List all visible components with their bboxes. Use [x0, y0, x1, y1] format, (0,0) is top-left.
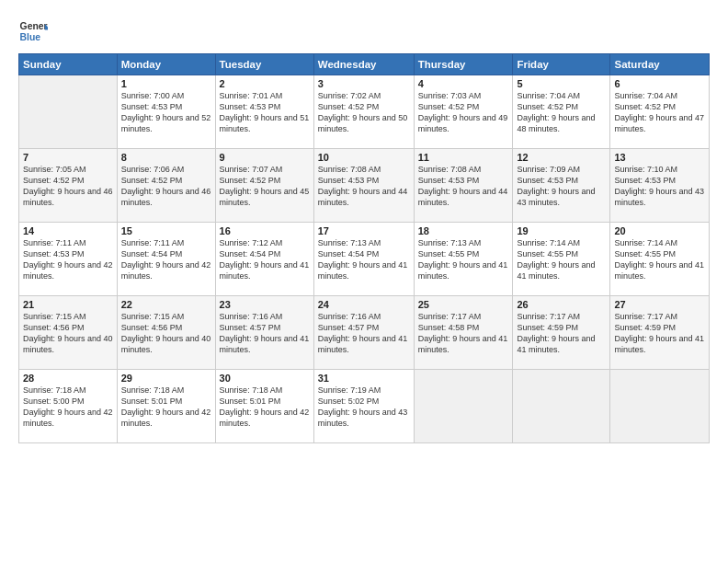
day-info: Sunrise: 7:18 AMSunset: 5:00 PMDaylight:… [23, 385, 113, 430]
day-number: 25 [418, 299, 509, 310]
calendar: SundayMondayTuesdayWednesdayThursdayFrid… [18, 53, 710, 443]
day-number: 19 [517, 225, 606, 236]
day-info: Sunrise: 7:14 AMSunset: 4:55 PMDaylight:… [614, 237, 705, 282]
calendar-week-row: 21Sunrise: 7:15 AMSunset: 4:56 PMDayligh… [19, 296, 710, 370]
day-info: Sunrise: 7:13 AMSunset: 4:54 PMDaylight:… [318, 237, 410, 282]
day-info: Sunrise: 7:17 AMSunset: 4:59 PMDaylight:… [517, 311, 606, 356]
day-info: Sunrise: 7:16 AMSunset: 4:57 PMDaylight:… [318, 311, 410, 356]
day-number: 21 [23, 299, 113, 310]
calendar-cell: 11Sunrise: 7:08 AMSunset: 4:53 PMDayligh… [414, 149, 513, 223]
calendar-cell: 21Sunrise: 7:15 AMSunset: 4:56 PMDayligh… [19, 296, 118, 370]
calendar-cell: 16Sunrise: 7:12 AMSunset: 4:54 PMDayligh… [215, 223, 313, 296]
logo: General Blue [18, 17, 50, 46]
calendar-cell [414, 370, 513, 443]
calendar-cell [610, 370, 710, 443]
day-info: Sunrise: 7:04 AMSunset: 4:52 PMDaylight:… [614, 90, 705, 135]
calendar-cell: 20Sunrise: 7:14 AMSunset: 4:55 PMDayligh… [610, 223, 710, 296]
page: General Blue SundayMondayTuesdayWednesda… [0, 0, 728, 563]
day-number: 6 [614, 78, 705, 89]
day-number: 9 [220, 152, 310, 163]
day-number: 23 [220, 299, 310, 310]
day-info: Sunrise: 7:16 AMSunset: 4:57 PMDaylight:… [220, 311, 310, 356]
day-number: 7 [23, 152, 113, 163]
calendar-week-row: 7Sunrise: 7:05 AMSunset: 4:52 PMDaylight… [19, 149, 710, 223]
day-number: 30 [220, 373, 310, 384]
calendar-cell: 17Sunrise: 7:13 AMSunset: 4:54 PMDayligh… [313, 223, 414, 296]
day-number: 14 [23, 225, 113, 236]
calendar-cell: 1Sunrise: 7:00 AMSunset: 4:53 PMDaylight… [117, 75, 215, 149]
day-info: Sunrise: 7:17 AMSunset: 4:58 PMDaylight:… [418, 311, 509, 356]
day-number: 16 [220, 225, 310, 236]
general-blue-icon: General Blue [18, 17, 48, 46]
calendar-cell: 10Sunrise: 7:08 AMSunset: 4:53 PMDayligh… [313, 149, 414, 223]
day-number: 13 [614, 152, 705, 163]
calendar-cell: 8Sunrise: 7:06 AMSunset: 4:52 PMDaylight… [117, 149, 215, 223]
calendar-cell [513, 370, 610, 443]
calendar-week-row: 14Sunrise: 7:11 AMSunset: 4:53 PMDayligh… [19, 223, 710, 296]
day-info: Sunrise: 7:15 AMSunset: 4:56 PMDaylight:… [121, 311, 211, 356]
day-info: Sunrise: 7:04 AMSunset: 4:52 PMDaylight:… [517, 90, 606, 135]
day-number: 17 [318, 225, 410, 236]
calendar-cell: 28Sunrise: 7:18 AMSunset: 5:00 PMDayligh… [19, 370, 118, 443]
day-info: Sunrise: 7:12 AMSunset: 4:54 PMDaylight:… [220, 237, 310, 282]
day-info: Sunrise: 7:00 AMSunset: 4:53 PMDaylight:… [121, 90, 211, 135]
calendar-cell: 31Sunrise: 7:19 AMSunset: 5:02 PMDayligh… [313, 370, 414, 443]
calendar-cell: 13Sunrise: 7:10 AMSunset: 4:53 PMDayligh… [610, 149, 710, 223]
day-number: 24 [318, 299, 410, 310]
day-number: 27 [614, 299, 705, 310]
calendar-cell: 14Sunrise: 7:11 AMSunset: 4:53 PMDayligh… [19, 223, 118, 296]
day-number: 2 [220, 78, 310, 89]
calendar-cell: 18Sunrise: 7:13 AMSunset: 4:55 PMDayligh… [414, 223, 513, 296]
calendar-cell: 7Sunrise: 7:05 AMSunset: 4:52 PMDaylight… [19, 149, 118, 223]
day-number: 15 [121, 225, 211, 236]
calendar-cell [19, 75, 118, 149]
calendar-week-row: 28Sunrise: 7:18 AMSunset: 5:00 PMDayligh… [19, 370, 710, 443]
calendar-cell: 30Sunrise: 7:18 AMSunset: 5:01 PMDayligh… [215, 370, 313, 443]
day-number: 3 [318, 78, 410, 89]
day-info: Sunrise: 7:10 AMSunset: 4:53 PMDaylight:… [614, 164, 705, 209]
calendar-cell: 5Sunrise: 7:04 AMSunset: 4:52 PMDaylight… [513, 75, 610, 149]
weekday-header: Sunday [19, 54, 118, 75]
day-number: 8 [121, 152, 211, 163]
day-info: Sunrise: 7:15 AMSunset: 4:56 PMDaylight:… [23, 311, 113, 356]
calendar-cell: 26Sunrise: 7:17 AMSunset: 4:59 PMDayligh… [513, 296, 610, 370]
day-info: Sunrise: 7:18 AMSunset: 5:01 PMDaylight:… [220, 385, 310, 430]
day-info: Sunrise: 7:05 AMSunset: 4:52 PMDaylight:… [23, 164, 113, 209]
day-number: 12 [517, 152, 606, 163]
day-info: Sunrise: 7:07 AMSunset: 4:52 PMDaylight:… [220, 164, 310, 209]
day-info: Sunrise: 7:14 AMSunset: 4:55 PMDaylight:… [517, 237, 606, 282]
calendar-week-row: 1Sunrise: 7:00 AMSunset: 4:53 PMDaylight… [19, 75, 710, 149]
day-info: Sunrise: 7:13 AMSunset: 4:55 PMDaylight:… [418, 237, 509, 282]
day-info: Sunrise: 7:01 AMSunset: 4:53 PMDaylight:… [220, 90, 310, 135]
calendar-cell: 3Sunrise: 7:02 AMSunset: 4:52 PMDaylight… [313, 75, 414, 149]
day-info: Sunrise: 7:17 AMSunset: 4:59 PMDaylight:… [614, 311, 705, 356]
calendar-cell: 15Sunrise: 7:11 AMSunset: 4:54 PMDayligh… [117, 223, 215, 296]
calendar-cell: 24Sunrise: 7:16 AMSunset: 4:57 PMDayligh… [313, 296, 414, 370]
day-number: 1 [121, 78, 211, 89]
day-number: 11 [418, 152, 509, 163]
header: General Blue [18, 17, 710, 46]
day-number: 26 [517, 299, 606, 310]
svg-text:Blue: Blue [20, 32, 41, 42]
calendar-cell: 4Sunrise: 7:03 AMSunset: 4:52 PMDaylight… [414, 75, 513, 149]
day-info: Sunrise: 7:19 AMSunset: 5:02 PMDaylight:… [318, 385, 410, 430]
day-number: 22 [121, 299, 211, 310]
day-info: Sunrise: 7:11 AMSunset: 4:53 PMDaylight:… [23, 237, 113, 282]
calendar-cell: 2Sunrise: 7:01 AMSunset: 4:53 PMDaylight… [215, 75, 313, 149]
weekday-header: Tuesday [215, 54, 313, 75]
day-number: 5 [517, 78, 606, 89]
day-number: 18 [418, 225, 509, 236]
weekday-header: Thursday [414, 54, 513, 75]
svg-text:General: General [20, 21, 48, 31]
calendar-cell: 9Sunrise: 7:07 AMSunset: 4:52 PMDaylight… [215, 149, 313, 223]
calendar-cell: 6Sunrise: 7:04 AMSunset: 4:52 PMDaylight… [610, 75, 710, 149]
day-info: Sunrise: 7:08 AMSunset: 4:53 PMDaylight:… [318, 164, 410, 209]
calendar-cell: 27Sunrise: 7:17 AMSunset: 4:59 PMDayligh… [610, 296, 710, 370]
day-number: 4 [418, 78, 509, 89]
weekday-header: Wednesday [313, 54, 414, 75]
calendar-cell: 25Sunrise: 7:17 AMSunset: 4:58 PMDayligh… [414, 296, 513, 370]
day-info: Sunrise: 7:02 AMSunset: 4:52 PMDaylight:… [318, 90, 410, 135]
calendar-cell: 12Sunrise: 7:09 AMSunset: 4:53 PMDayligh… [513, 149, 610, 223]
calendar-cell: 22Sunrise: 7:15 AMSunset: 4:56 PMDayligh… [117, 296, 215, 370]
day-info: Sunrise: 7:09 AMSunset: 4:53 PMDaylight:… [517, 164, 606, 209]
